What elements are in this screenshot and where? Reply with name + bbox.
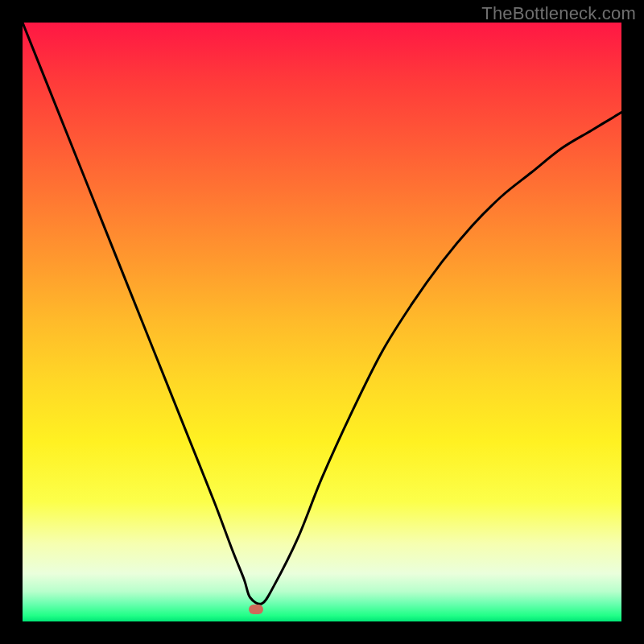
watermark-text: TheBottleneck.com [481,3,636,24]
optimal-point-marker [249,605,263,614]
plot-area [23,23,621,621]
bottleneck-curve [23,23,621,621]
chart-frame: TheBottleneck.com [0,0,644,644]
